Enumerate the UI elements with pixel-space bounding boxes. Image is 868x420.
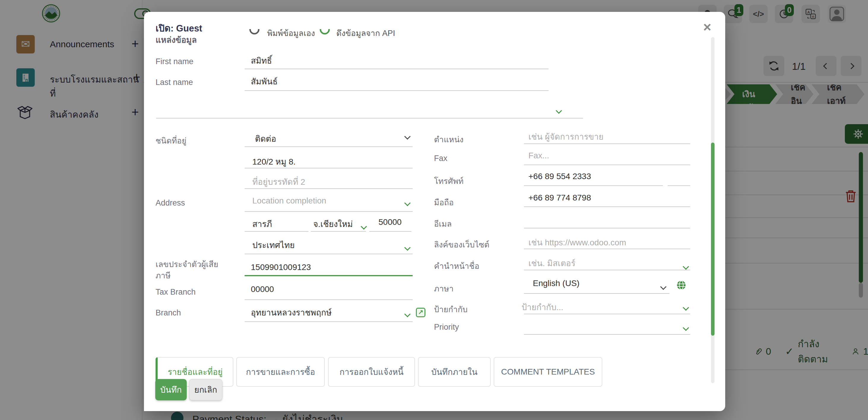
- priority-label: Priority: [434, 323, 459, 332]
- mobile-underline: [524, 206, 690, 207]
- phone-label: โทรศัพท์: [434, 175, 464, 187]
- city-input[interactable]: สารภี: [252, 217, 272, 231]
- tags-chevron-down-icon[interactable]: [683, 304, 689, 311]
- website-label: ลิงค์ของเว็บไซต์: [434, 238, 490, 251]
- email-underline: [524, 228, 690, 229]
- tab-internal-notes[interactable]: บันทึกภายใน: [418, 357, 491, 387]
- tags-label: ป้ายกำกับ: [434, 303, 468, 316]
- phone-underline: [524, 185, 663, 186]
- name-title-underline: [524, 270, 690, 270]
- location-completion-select[interactable]: Location completion: [252, 196, 326, 206]
- last-name-label: Last name: [156, 78, 193, 87]
- phone-ext-underline: [668, 185, 690, 186]
- tax-branch-input[interactable]: 00000: [251, 284, 274, 294]
- tax-branch-label: Tax Branch: [156, 288, 196, 297]
- location-underline: [245, 211, 413, 212]
- mobile-input[interactable]: +66 89 774 8798: [528, 193, 591, 203]
- modal-footer: [144, 387, 708, 411]
- app-screen: ✉ Announcements + ระบบโรงแรมและสถานที่ +: [0, 0, 868, 420]
- radio-manual-icon[interactable]: [249, 29, 259, 34]
- branch-chevron-down-icon[interactable]: [404, 311, 410, 317]
- lang-select[interactable]: English (US): [533, 279, 580, 288]
- vat-label-line2: ภาษี: [156, 269, 171, 282]
- last-name-input[interactable]: สัมพันธ์: [251, 75, 278, 88]
- tab-sales-purchase[interactable]: การขายและการซื้อ: [236, 357, 325, 387]
- first-name-underline: [245, 69, 549, 69]
- street-input[interactable]: 120/2 หมู 8.: [252, 155, 296, 168]
- tags-input[interactable]: ป้ายกำกับ...: [522, 301, 563, 314]
- lang-label: ภาษา: [434, 282, 454, 295]
- modal-scrollbar-thumb[interactable]: [711, 143, 715, 336]
- fax-label: Fax: [434, 154, 447, 163]
- guest-edit-modal: × เปิด: Guest แหล่งข้อมูล พิมพ์ข้อมูลเอง…: [144, 12, 725, 411]
- priority-underline: [524, 334, 690, 335]
- first-name-input[interactable]: สมิทธิ์: [251, 54, 272, 67]
- globe-icon[interactable]: [676, 280, 687, 291]
- job-input[interactable]: เช่น ผู้จัดการการขาย: [528, 130, 603, 143]
- street2-underline: [245, 188, 413, 189]
- country-select[interactable]: ประเทศไทย: [252, 239, 295, 251]
- lang-chevron-down-icon[interactable]: [660, 284, 666, 290]
- radio-api-label[interactable]: ดึงข้อมูลจาก API: [336, 29, 395, 39]
- zip-underline: [369, 231, 411, 232]
- radio-manual-label[interactable]: พิมพ์ข้อมูลเอง: [267, 29, 315, 39]
- email-label: อีเมล: [434, 217, 452, 230]
- company-select[interactable]: [156, 107, 554, 118]
- location-chevron-down-icon[interactable]: [404, 200, 410, 206]
- first-name-label: First name: [156, 57, 193, 66]
- branch-external-link-icon[interactable]: ↗: [416, 308, 425, 317]
- tab-invoicing[interactable]: การออกใบแจ้งหนี้: [328, 357, 415, 387]
- company-underline: [156, 118, 583, 119]
- vat-underline-focused: [245, 275, 413, 276]
- state-select[interactable]: จ.เชียงใหม่: [313, 217, 353, 231]
- website-underline: [524, 249, 690, 249]
- cancel-button[interactable]: ยกเลิก: [189, 379, 222, 400]
- zip-input[interactable]: 50000: [378, 217, 402, 227]
- priority-chevron-down-icon[interactable]: [683, 325, 689, 331]
- state-chevron-down-icon[interactable]: [361, 223, 367, 230]
- fax-input[interactable]: Fax...: [528, 151, 549, 160]
- state-underline: [311, 231, 366, 232]
- name-title-label: คำนำหน้าชื่อ: [434, 260, 479, 272]
- fax-underline: [524, 164, 690, 165]
- branch-underline: [245, 321, 413, 322]
- source-radio-row: พิมพ์ข้อมูลเอง ดึงข้อมูลจาก API: [242, 29, 568, 42]
- name-title-select[interactable]: เช่น. มิสเตอร์: [528, 257, 575, 270]
- radio-api-icon[interactable]: [320, 29, 330, 34]
- branch-label: Branch: [156, 308, 181, 318]
- tags-underline: [524, 314, 690, 314]
- vat-input[interactable]: 1509901009123: [251, 263, 311, 272]
- vat-label: เลขประจำตัวผู้เสีย: [156, 258, 218, 271]
- country-chevron-down-icon[interactable]: [404, 244, 410, 251]
- address-type-select[interactable]: ติดต่อ: [255, 132, 276, 145]
- close-icon[interactable]: ×: [703, 20, 711, 34]
- street-underline: [245, 168, 413, 169]
- name-title-chevron-down-icon[interactable]: [683, 264, 689, 270]
- website-input[interactable]: เช่น https://www.odoo.com: [528, 236, 626, 249]
- address-type-underline: [245, 146, 413, 147]
- address-label: Address: [156, 199, 185, 208]
- lang-underline: [524, 293, 670, 294]
- branch-select[interactable]: อุทยานหลวงราชพฤกษ์: [251, 306, 332, 319]
- source-label: แหล่งข้อมูล: [156, 33, 197, 46]
- job-underline: [524, 144, 690, 144]
- last-name-underline: [245, 90, 549, 91]
- address-type-chevron-down-icon[interactable]: [404, 133, 410, 140]
- tab-comment-templates[interactable]: COMMENT TEMPLATES: [494, 357, 602, 387]
- tax-branch-underline: [245, 299, 413, 300]
- country-underline: [245, 254, 413, 254]
- city-underline: [245, 231, 308, 232]
- job-label: ตำแหน่ง: [434, 133, 464, 146]
- company-chevron-down-icon[interactable]: [556, 108, 562, 114]
- mobile-label: มือถือ: [434, 196, 454, 209]
- phone-input[interactable]: +66 89 554 2333: [528, 172, 591, 181]
- save-button[interactable]: บันทึก: [155, 379, 187, 400]
- address-type-label: ชนิดที่อยู่: [156, 134, 186, 147]
- street2-input[interactable]: ที่อยู่บรรทัดที่ 2: [252, 175, 305, 188]
